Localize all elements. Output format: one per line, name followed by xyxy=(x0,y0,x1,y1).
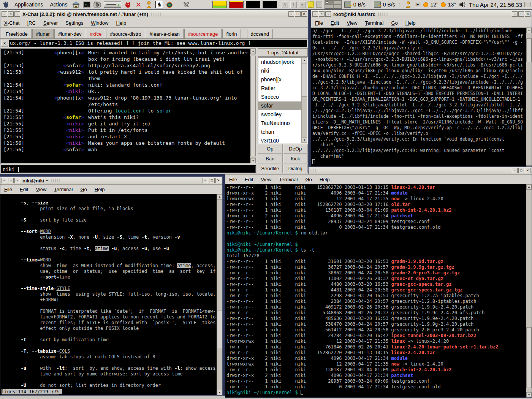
menu-view[interactable]: View xyxy=(36,187,46,192)
workspace-switcher[interactable] xyxy=(325,0,342,9)
down-arrow-button[interactable]: ▼ xyxy=(299,2,306,8)
clock-applet[interactable]: Thu Apr 24, 21:56:33 xyxy=(469,2,522,8)
globe-browser-icon[interactable] xyxy=(165,0,174,9)
menu-window[interactable]: Window xyxy=(91,20,108,26)
shade-button[interactable]: ○ xyxy=(319,11,325,17)
menu-terminal[interactable]: Terminal xyxy=(279,177,298,182)
menu-go[interactable]: Go xyxy=(305,177,312,182)
window-menu-button[interactable]: − xyxy=(312,11,318,17)
close-button[interactable]: ✕ xyxy=(215,178,221,183)
sendfile-button[interactable]: Sendfile xyxy=(258,164,283,173)
chat-scrollbar[interactable]: ▲ ▼ xyxy=(250,49,256,163)
accessibility-button[interactable]: A xyxy=(282,2,288,8)
xchat-titlebar[interactable]: −○▫ X-Chat [2.0.2]: niki @ niven.freenod… xyxy=(0,10,308,18)
menu-file[interactable]: File xyxy=(4,187,12,192)
tools-wrench-icon[interactable] xyxy=(182,0,190,9)
scroll-up-arrow[interactable]: ▲ xyxy=(526,28,532,33)
gnome-foot-menu-icon[interactable] xyxy=(2,0,10,9)
kick-button[interactable]: Kick xyxy=(283,154,308,163)
menu-view[interactable]: View xyxy=(347,20,357,26)
userlist-item[interactable]: sofar xyxy=(258,101,301,110)
scroll-up-arrow[interactable]: ▲ xyxy=(217,194,222,200)
scroll-down-arrow[interactable]: ▼ xyxy=(302,138,307,143)
shade-button[interactable]: ○ xyxy=(8,11,14,17)
menu-terminal[interactable]: Terminal xyxy=(54,187,73,192)
scrollbar[interactable]: ▲ ▼ xyxy=(217,194,222,395)
op-button[interactable]: Op xyxy=(258,144,283,154)
menu-edit[interactable]: Edit xyxy=(331,20,339,26)
network-monitor-icon-2[interactable] xyxy=(374,2,381,8)
cdrom-drive-icon[interactable] xyxy=(104,2,121,8)
userlist-item[interactable]: v3rt1g0 xyxy=(258,136,301,143)
close-button[interactable]: ✕ xyxy=(525,168,530,173)
tab-source-distro[interactable]: #source-distro xyxy=(106,29,145,38)
dialog-button[interactable]: Dialog xyxy=(283,164,308,173)
tab-xfce[interactable]: #xfce xyxy=(86,29,105,38)
tab-sourcemage[interactable]: #sourcemage xyxy=(184,29,222,38)
menu-go[interactable]: Go xyxy=(80,187,87,192)
menu-server[interactable]: Server xyxy=(43,20,58,26)
minimize-button[interactable]: − xyxy=(203,178,208,183)
im-person-icon[interactable] xyxy=(404,0,413,9)
swap-load-applet[interactable] xyxy=(263,1,277,8)
menu-help[interactable]: Help xyxy=(405,20,416,26)
horse-app-icon[interactable]: ♞ xyxy=(155,1,163,8)
memory-load-applet[interactable] xyxy=(229,1,244,8)
actions-menu[interactable]: Actions xyxy=(48,2,70,8)
window-menu-button[interactable]: − xyxy=(2,178,7,183)
stick-button[interactable]: ▫ xyxy=(325,11,331,17)
maximize-button[interactable]: □ xyxy=(518,168,524,173)
screenshot-camera-icon[interactable] xyxy=(93,0,101,9)
userlist-item[interactable]: tchan xyxy=(258,128,301,136)
volume-speaker-icon[interactable] xyxy=(458,0,467,9)
devil-app-icon[interactable] xyxy=(124,0,132,9)
maximize-button[interactable]: □ xyxy=(209,178,215,183)
scroll-thumb[interactable] xyxy=(217,310,222,348)
userlist-item[interactable]: Sirocco` xyxy=(258,93,301,101)
stick-button[interactable]: ▫ xyxy=(14,178,20,183)
close-button[interactable]: ✕ xyxy=(301,11,307,17)
topic-entry[interactable]: ux.org/ - lunar-1.3.1 ISO is released! ]… xyxy=(9,40,307,47)
one-button[interactable]: 1 xyxy=(290,2,297,8)
red-cross-app-icon[interactable]: ✕ xyxy=(134,0,142,9)
net-load-applet[interactable] xyxy=(246,1,260,8)
tab-lean-a-clean[interactable]: #lean-a-clean xyxy=(146,29,184,38)
menu-edit[interactable]: Edit xyxy=(20,187,28,192)
maximize-button[interactable]: □ xyxy=(518,11,524,17)
scroll-thumb[interactable] xyxy=(526,327,532,388)
scroll-thumb[interactable] xyxy=(250,56,256,156)
play-button[interactable]: ▶ xyxy=(415,2,421,7)
userlist-scrollbar[interactable]: ▲ ▼ xyxy=(301,58,307,143)
home-launcher-icon[interactable] xyxy=(72,0,80,9)
panel-end-icon[interactable] xyxy=(524,2,530,7)
stick-button[interactable]: ▫ xyxy=(14,11,20,17)
message-input[interactable] xyxy=(17,166,256,173)
scroll-thumb[interactable] xyxy=(302,63,307,97)
menu-file[interactable]: File xyxy=(229,177,237,182)
userlist-item[interactable]: swoolley xyxy=(258,110,301,119)
topic-close-button[interactable]: x xyxy=(1,40,8,47)
minimize-button[interactable]: − xyxy=(512,11,518,17)
scroll-down-arrow[interactable]: ▼ xyxy=(526,392,532,397)
maximize-button[interactable]: □ xyxy=(295,11,301,17)
menu-settings[interactable]: Settings xyxy=(65,20,83,26)
scroll-up-arrow[interactable]: ▲ xyxy=(526,184,532,190)
tab-FreeNode[interactable]: FreeNode xyxy=(2,29,32,38)
minimize-button[interactable]: − xyxy=(288,11,294,17)
menu-view[interactable]: View xyxy=(261,177,271,182)
tab-dccsend[interactable]: dccsend xyxy=(247,29,273,38)
applet-handle[interactable]: ⋮ xyxy=(397,2,402,7)
terminal-launcher-icon[interactable]: >_ xyxy=(82,0,91,9)
scroll-down-arrow[interactable]: ▼ xyxy=(250,158,256,163)
menu-edit[interactable]: Edit xyxy=(245,177,253,182)
menu-help[interactable]: Help xyxy=(320,177,330,182)
applications-menu[interactable]: Applications xyxy=(12,2,46,8)
tab-lunar-dev[interactable]: #lunar-dev xyxy=(54,29,85,38)
scrollbar[interactable]: ▲ ▼ xyxy=(526,28,532,171)
man-terminal-titlebar[interactable]: −○▫ niki@niki ~ −□✕ xyxy=(0,177,222,185)
shade-button[interactable]: ○ xyxy=(8,178,14,183)
deop-button[interactable]: DeOp xyxy=(283,144,308,154)
window-menu-button[interactable]: − xyxy=(2,11,7,17)
sticky-notes-applet[interactable] xyxy=(307,1,314,8)
ban-button[interactable]: Ban xyxy=(258,154,283,163)
